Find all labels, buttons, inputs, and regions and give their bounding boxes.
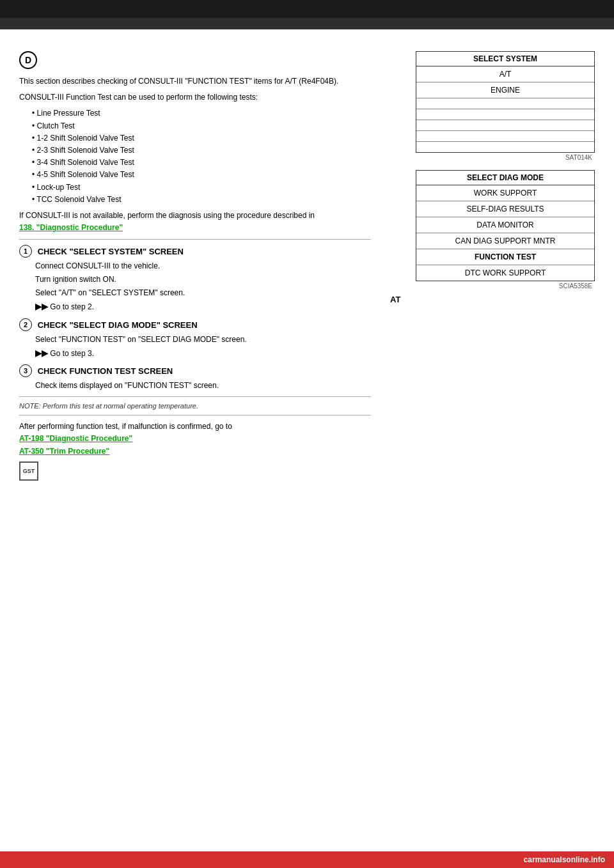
at-label: AT bbox=[390, 295, 400, 304]
step-number-1: 1 bbox=[19, 245, 32, 258]
body-text-3: • Line Pressure Test • Clutch Test • 1-2… bbox=[32, 107, 371, 206]
content-area: D This section describes checking of CON… bbox=[19, 51, 595, 481]
diag-row-function-test[interactable]: FUNCTION TEST bbox=[416, 249, 594, 265]
separator-3 bbox=[19, 415, 371, 415]
step-2-content: Select "FUNCTION TEST" on "SELECT DIAG M… bbox=[35, 334, 371, 360]
step-3-title: CHECK FUNCTION TEST SCREEN bbox=[38, 366, 173, 376]
right-column: SELECT SYSTEM A/T ENGINE SAT014K bbox=[390, 51, 595, 481]
circle-d-icon: D bbox=[19, 51, 37, 69]
diag-row-self-diag[interactable]: SELF-DIAG RESULTS bbox=[416, 201, 594, 217]
bottom-bar-text: carmanualsonline.info bbox=[524, 855, 605, 864]
diag-row-work-support[interactable]: WORK SUPPORT bbox=[416, 185, 594, 201]
diag-row-data-monitor[interactable]: DATA MONITOR bbox=[416, 217, 594, 233]
step-number-3: 3 bbox=[19, 364, 32, 377]
step-3-content: Check items displayed on "FUNCTION TEST"… bbox=[35, 380, 371, 391]
select-diag-panel-wrapper: SELECT DIAG MODE WORK SUPPORT SELF-DIAG … bbox=[390, 170, 595, 304]
link-at-198[interactable]: AT-198 "Diagnostic Procedure" bbox=[19, 434, 132, 443]
select-system-panel: SELECT SYSTEM A/T ENGINE bbox=[416, 51, 595, 153]
select-system-panel-wrapper: SELECT SYSTEM A/T ENGINE SAT014K bbox=[390, 51, 595, 161]
system-row-empty-1 bbox=[416, 98, 594, 109]
select-system-title: SELECT SYSTEM bbox=[416, 52, 594, 66]
system-row-empty-4 bbox=[416, 131, 594, 142]
diag-row-dtc-work[interactable]: DTC WORK SUPPORT bbox=[416, 265, 594, 281]
bottom-bar: carmanualsonline.info bbox=[0, 851, 614, 868]
gst-icon: GST bbox=[19, 461, 38, 481]
step-1-block: 1 CHECK "SELECT SYSTEM" SCREEN Connect C… bbox=[19, 245, 371, 313]
after-test-text: After performing function test, if malfu… bbox=[19, 421, 371, 458]
top-bar bbox=[0, 0, 614, 18]
system-row-empty-5 bbox=[416, 142, 594, 152]
system-row-engine[interactable]: ENGINE bbox=[416, 82, 594, 98]
step-1-title: CHECK "SELECT SYSTEM" SCREEN bbox=[38, 247, 184, 256]
link-at-350[interactable]: AT-350 "Trim Procedure" bbox=[19, 447, 109, 456]
step-1-content: Connect CONSULT-III to the vehicle. Turn… bbox=[35, 260, 371, 313]
left-column: D This section describes checking of CON… bbox=[19, 51, 377, 481]
step-2-block: 2 CHECK "SELECT DIAG MODE" SCREEN Select… bbox=[19, 318, 371, 360]
step-3-block: 3 CHECK FUNCTION TEST SCREEN Check items… bbox=[19, 364, 371, 391]
select-diag-title: SELECT DIAG MODE bbox=[416, 171, 594, 185]
at-label-area: AT bbox=[390, 292, 595, 304]
body-text-2: CONSULT-III Function Test can be used to… bbox=[19, 91, 371, 104]
body-text-4: If CONSULT-III is not available, perform… bbox=[19, 210, 371, 234]
select-system-caption: SAT014K bbox=[390, 154, 595, 161]
page-container: D This section describes checking of CON… bbox=[0, 0, 614, 868]
select-diag-panel: SELECT DIAG MODE WORK SUPPORT SELF-DIAG … bbox=[416, 170, 595, 281]
note-text: NOTE: Perform this test at normal operat… bbox=[19, 402, 371, 410]
second-bar bbox=[0, 18, 614, 29]
link-diagnostic-procedure-1[interactable]: 138. "Diagnostic Procedure" bbox=[19, 223, 123, 232]
system-row-at[interactable]: A/T bbox=[416, 66, 594, 82]
step-number-2: 2 bbox=[19, 318, 32, 331]
body-text-1: This section describes checking of CONSU… bbox=[19, 75, 371, 88]
system-row-empty-3 bbox=[416, 120, 594, 131]
separator-1 bbox=[19, 239, 371, 240]
system-row-empty-2 bbox=[416, 109, 594, 120]
diag-row-can-diag[interactable]: CAN DIAG SUPPORT MNTR bbox=[416, 233, 594, 249]
separator-2 bbox=[19, 396, 371, 397]
select-diag-caption: SCIA5358E bbox=[390, 283, 595, 290]
step-2-title: CHECK "SELECT DIAG MODE" SCREEN bbox=[38, 320, 198, 329]
